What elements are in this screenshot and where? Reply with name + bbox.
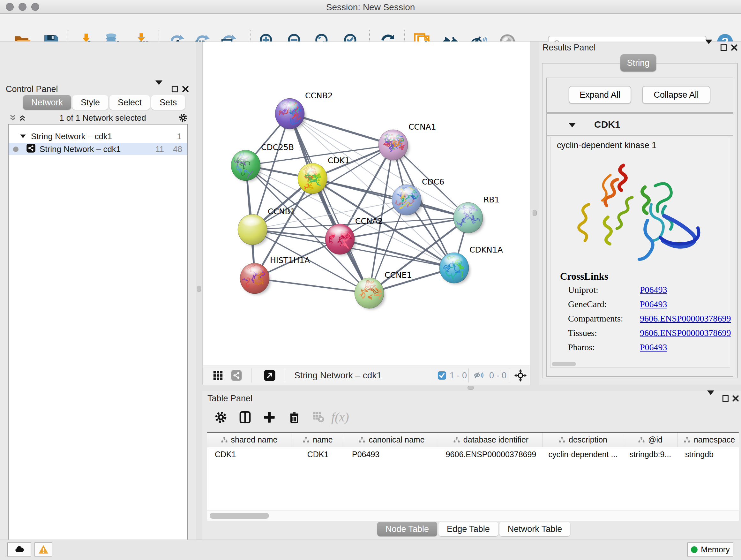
table-options-gear-icon[interactable] [214,410,228,424]
network-options-gear-icon[interactable] [179,113,188,123]
hidden-eye-icon[interactable] [472,369,485,382]
tab-string[interactable]: String [620,54,656,71]
function-builder-icon: f(x) [331,410,349,425]
gene-name: CDK1 [594,119,620,130]
node-label: CDC6 [422,177,444,186]
crosslink-row: Tissues:9606.ENSP00000378699 [550,328,730,342]
results-scrollbar-thumb[interactable] [552,362,576,366]
add-column-icon[interactable] [262,410,276,424]
tab-edge-table[interactable]: Edge Table [439,522,498,537]
protein-structure-image [569,157,710,268]
show-columns-icon[interactable] [238,410,252,424]
table-cell[interactable]: cyclin-dependent ... [543,450,623,459]
network-edge[interactable] [290,114,369,293]
network-graph[interactable]: CCNB2CCNA1CDC25BCDK1CDC6RB1CCNB1CCNA2CDK… [203,42,531,366]
birdseye-view-icon[interactable] [212,369,224,382]
collapse-panel-icon[interactable] [707,395,714,401]
close-panel-icon[interactable] [181,85,190,95]
column-header-label: namespace [694,435,735,444]
float-panel-icon[interactable] [171,85,179,95]
results-buttons-box: Expand All Collapse All [546,78,733,113]
close-panel-icon[interactable] [730,44,738,53]
cloud-button[interactable] [7,543,31,557]
tab-network-table[interactable]: Network Table [499,522,570,537]
results-panel: Results Panel String Expand All Collapse… [539,42,741,385]
memory-button[interactable]: Memory [687,543,733,557]
crosslink-link[interactable]: 9606.ENSP00000378699 [640,314,731,324]
column-header-canonical-name[interactable]: canonical name [344,433,439,447]
collection-label: String Network – cdk1 [31,132,112,141]
collapse-all-networks-icon[interactable] [8,113,17,123]
table-cell[interactable]: 9606.ENSP00000378699 [439,450,543,459]
tab-sets[interactable]: Sets [151,95,185,110]
pan-crosshair-icon[interactable] [514,369,527,382]
network-edge[interactable] [313,179,468,218]
bottom-splitter-handle[interactable] [468,386,474,390]
network-node-HIST1H1A[interactable]: HIST1H1A [239,256,310,295]
close-panel-icon[interactable] [731,394,740,404]
column-header-label: canonical name [368,435,424,444]
column-header-label: name [313,435,333,444]
delete-column-trash-icon[interactable] [287,410,301,424]
netbar-separator [429,368,429,382]
network-node-CCNE1[interactable]: CCNE1 [354,270,412,309]
column-header-name[interactable]: name [291,433,344,447]
table-cell[interactable]: CDK1 [207,450,291,459]
collection-count: 1 [177,132,182,141]
share-panel-icon[interactable] [230,369,243,382]
node-label: CDC25B [261,143,294,152]
expand-all-networks-icon[interactable] [17,113,27,123]
float-panel-icon[interactable] [720,44,728,53]
network-node-RB1[interactable]: RB1 [454,195,499,234]
crosslink-link[interactable]: P06493 [640,342,667,353]
crosslink-link[interactable]: 9606.ENSP00000378699 [640,328,731,338]
collapse-panel-icon[interactable] [705,44,712,50]
crosslink-row: Compartments:9606.ENSP00000378699 [550,314,730,327]
table-scrollbar-thumb[interactable] [210,513,269,519]
column-header-@id[interactable]: @id [623,433,677,447]
network-node-CCNB1[interactable]: CCNB1 [238,207,295,246]
network-node-CCNA1[interactable]: CCNA1 [379,122,436,161]
export-view-icon[interactable] [263,369,276,382]
tab-style[interactable]: Style [72,95,108,110]
string-network-icon [26,143,36,155]
hidden-count: 0 - 0 [489,371,507,381]
collapse-all-button[interactable]: Collapse All [642,86,711,104]
warnings-button[interactable] [35,543,52,557]
table-cell[interactable]: stringdb [677,450,741,459]
collapse-panel-icon[interactable] [155,85,162,91]
column-header-shared-name[interactable]: shared name [207,433,291,447]
collection-expand-icon[interactable] [20,134,26,138]
right-splitter-handle[interactable] [533,210,537,216]
tab-node-table[interactable]: Node Table [377,522,437,537]
float-panel-icon[interactable] [722,394,730,404]
network-canvas[interactable]: CCNB2CCNA1CDC25BCDK1CDC6RB1CCNB1CCNA2CDK… [202,42,530,366]
node-label: CDKN1A [469,245,503,254]
table-tabs: Node TableEdge TableNetwork Table [377,522,570,537]
gene-expand-icon[interactable] [569,123,576,127]
table-cell[interactable]: stringdb:9... [623,450,677,459]
selected-checkbox-icon[interactable] [435,369,448,382]
column-header-namespace[interactable]: namespace [677,433,741,447]
crosslink-link[interactable]: P06493 [640,299,667,309]
expand-all-button[interactable]: Expand All [569,86,631,104]
column-header-database-identifier[interactable]: database identifier [439,433,543,447]
tab-network[interactable]: Network [23,95,71,110]
network-edge[interactable] [255,278,369,293]
network-collection-row[interactable]: String Network – cdk1 1 [9,130,187,142]
network-node-CDKN1A[interactable]: CDKN1A [440,245,503,284]
column-header-description[interactable]: description [543,433,623,447]
table-cell[interactable]: P06493 [344,450,439,459]
crosslink-link[interactable]: P06493 [640,285,667,295]
tab-select[interactable]: Select [110,95,150,110]
table-scrollbar[interactable] [207,510,739,521]
right-splitter[interactable] [530,42,539,391]
network-row-selected[interactable]: String Network – cdk1 11 48 [9,143,187,155]
left-splitter-handle[interactable] [197,286,201,292]
network-current-dot-icon [13,146,18,152]
table-cell[interactable]: CDK1 [291,450,344,459]
node-label: CCNA1 [408,122,436,132]
title-bar: Session: New Session [0,0,741,14]
table-row[interactable]: CDK1CDK1P064939606.ENSP00000378699cyclin… [207,447,739,461]
gene-header-row[interactable]: CDK1 [547,114,733,136]
